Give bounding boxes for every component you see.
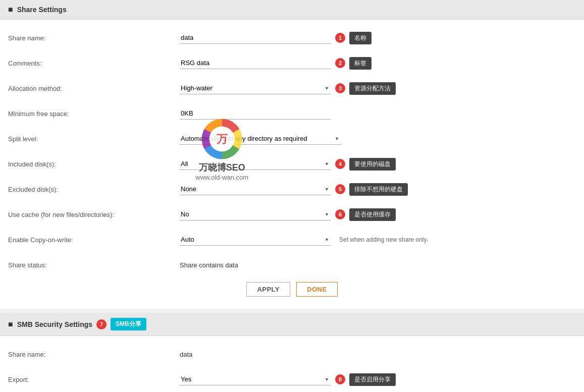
tooltip-4-badge: 4 — [335, 159, 345, 169]
split-level-select[interactable]: Automatically split any directory as req… — [180, 133, 341, 145]
min-free-input[interactable] — [180, 107, 331, 120]
tooltip-6-badge: 6 — [335, 209, 345, 219]
split-level-row: Split level: Automatically split any dir… — [8, 131, 576, 147]
export-row: Export: Yes 8 是否启用分享 — [8, 371, 576, 387]
export-control: Yes 8 是否启用分享 — [180, 373, 576, 386]
tooltip-7-label: SMB分享 — [111, 318, 146, 330]
allocation-select-wrapper: High-water — [180, 82, 331, 94]
tooltip-5-label: 排除不想用的硬盘 — [349, 183, 408, 196]
smb-settings-title: SMB Security Settings — [17, 320, 92, 328]
enable-cow-note: Set when adding new share only. — [339, 236, 428, 243]
excluded-disks-select[interactable]: None — [180, 183, 331, 195]
enable-cow-select-wrapper: Auto — [180, 234, 331, 246]
share-name-label: Share name: — [8, 34, 180, 42]
tooltip-1-badge: 1 — [335, 33, 345, 43]
tooltip-7-badge: 7 — [96, 319, 107, 329]
allocation-select[interactable]: High-water — [180, 82, 331, 94]
comments-row: Comments: 2 标签 — [8, 55, 576, 71]
enable-cow-select[interactable]: Auto — [180, 234, 331, 246]
enable-cow-control: Auto Set when adding new share only. — [180, 234, 576, 246]
allocation-control: High-water 3 资源分配方法 — [180, 82, 576, 95]
smb-share-name-control: data — [180, 351, 576, 358]
excluded-disks-label: Excluded disk(s): — [8, 186, 180, 193]
share-name-input[interactable] — [180, 32, 331, 44]
included-disks-control: All 4 要使用的磁盘 — [180, 158, 576, 171]
included-disks-select[interactable]: All — [180, 158, 331, 170]
smb-share-name-value: data — [180, 351, 192, 358]
use-cache-label: Use cache (for new files/directories): — [8, 211, 180, 218]
share-done-button[interactable]: DONE — [296, 282, 338, 297]
split-level-control: Automatically split any directory as req… — [180, 133, 576, 145]
smb-settings-body: Share name: data Export: Yes 8 是否启用分享 Se… — [0, 336, 584, 392]
smb-share-name-label: Share name: — [8, 351, 180, 358]
allocation-row: Allocation method: High-water 3 资源分配方法 — [8, 80, 576, 96]
share-status-value: Share contains data — [180, 261, 238, 269]
share-status-label: Share status: — [8, 261, 180, 269]
split-level-select-wrapper: Automatically split any directory as req… — [180, 133, 341, 145]
use-cache-row: Use cache (for new files/directories): N… — [8, 206, 576, 222]
comments-input[interactable] — [180, 57, 331, 69]
tooltip-4-label: 要使用的磁盘 — [349, 158, 396, 171]
share-settings-header: ■ Share Settings — [0, 0, 584, 20]
min-free-row: Minimum free space: — [8, 105, 576, 122]
smb-settings-header: ■ SMB Security Settings 7 SMB分享 — [0, 313, 584, 336]
share-status-control: Share contains data — [180, 261, 576, 269]
allocation-label: Allocation method: — [8, 85, 180, 92]
share-settings-body: Share name: 1 名称 Comments: 2 标签 Allocati… — [0, 20, 584, 309]
excluded-disks-control: None 5 排除不想用的硬盘 — [180, 183, 576, 196]
share-apply-button[interactable]: APPLY — [246, 282, 290, 297]
min-free-control — [180, 107, 576, 120]
export-select-wrapper: Yes — [180, 373, 331, 385]
share-status-row: Share status: Share contains data — [8, 257, 576, 273]
tooltip-6-label: 是否使用缓存 — [349, 208, 396, 221]
split-level-label: Split level: — [8, 135, 180, 143]
min-free-label: Minimum free space: — [8, 110, 180, 118]
share-name-row: Share name: 1 名称 — [8, 30, 576, 46]
smb-settings-icon: ■ — [8, 320, 13, 329]
export-label: Export: — [8, 376, 180, 383]
excluded-disks-select-wrapper: None — [180, 183, 331, 195]
tooltip-8-badge: 8 — [335, 374, 345, 384]
tooltip-3-badge: 3 — [335, 83, 345, 93]
tooltip-2-badge: 2 — [335, 58, 345, 68]
share-settings-section: ■ Share Settings Share name: 1 名称 Commen… — [0, 0, 584, 309]
included-disks-select-wrapper: All — [180, 158, 331, 170]
share-settings-icon: ■ — [8, 5, 13, 14]
excluded-disks-row: Excluded disk(s): None 5 排除不想用的硬盘 — [8, 181, 576, 197]
share-settings-buttons: APPLY DONE — [8, 282, 576, 297]
smb-settings-section: ■ SMB Security Settings 7 SMB分享 Share na… — [0, 313, 584, 392]
share-settings-title: Share Settings — [17, 6, 67, 14]
smb-share-name-row: Share name: data — [8, 346, 576, 362]
enable-cow-row: Enable Copy-on-write: Auto Set when addi… — [8, 232, 576, 248]
tooltip-5-badge: 5 — [335, 184, 345, 194]
enable-cow-label: Enable Copy-on-write: — [8, 236, 180, 244]
share-name-control: 1 名称 — [180, 32, 576, 44]
comments-control: 2 标签 — [180, 57, 576, 70]
export-select[interactable]: Yes — [180, 373, 331, 385]
use-cache-control: No 6 是否使用缓存 — [180, 208, 576, 221]
use-cache-select[interactable]: No — [180, 208, 331, 220]
comments-label: Comments: — [8, 60, 180, 67]
tooltip-1-label: 名称 — [349, 32, 371, 44]
included-disks-label: Included disk(s): — [8, 160, 180, 168]
tooltip-8-label: 是否启用分享 — [349, 373, 396, 386]
watermark-text-sub: www.old-wan.com — [195, 173, 248, 181]
included-disks-row: Included disk(s): All 4 要使用的磁盘 — [8, 156, 576, 172]
tooltip-2-label: 标签 — [349, 57, 371, 70]
use-cache-select-wrapper: No — [180, 208, 331, 220]
tooltip-3-label: 资源分配方法 — [349, 82, 396, 95]
